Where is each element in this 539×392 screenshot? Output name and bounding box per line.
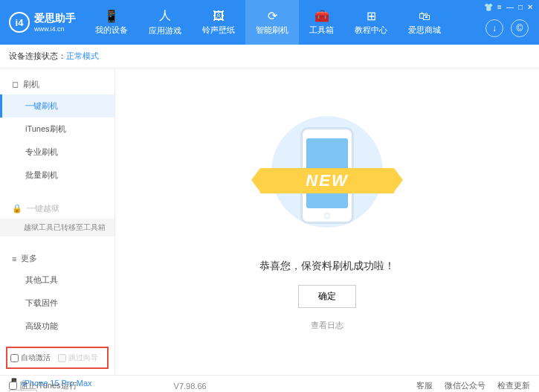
more-section-icon: ≡ bbox=[12, 254, 16, 263]
menu-icon[interactable]: ≡ bbox=[497, 3, 502, 11]
cb-auto-activate[interactable]: 自动激活 bbox=[10, 353, 51, 363]
logo-icon: i4 bbox=[9, 12, 30, 33]
maximize-icon[interactable]: □ bbox=[518, 3, 523, 11]
nav-store[interactable]: 🛍爱思商城 bbox=[398, 0, 451, 45]
nav-toolbox[interactable]: 🧰工具箱 bbox=[299, 0, 344, 45]
header-actions: ↓ © bbox=[485, 19, 529, 37]
nav-my-device[interactable]: 📱我的设备 bbox=[85, 0, 138, 45]
status-label: 设备连接状态： bbox=[9, 51, 66, 60]
sidebar-item-batch-flash[interactable]: 批量刷机 bbox=[0, 164, 114, 187]
sidebar-item-pro-flash[interactable]: 专业刷机 bbox=[0, 141, 114, 164]
wallpaper-icon: 🖼 bbox=[213, 10, 225, 23]
sidebar-item-advanced[interactable]: 高级功能 bbox=[0, 315, 114, 338]
cb-block-itunes[interactable]: 阻止iTunes运行 bbox=[9, 380, 77, 391]
sidebar-item-download-firmware[interactable]: 下载固件 bbox=[0, 292, 114, 315]
new-banner: NEW bbox=[260, 168, 394, 193]
version-label: V7.98.66 bbox=[174, 382, 207, 391]
store-icon: 🛍 bbox=[419, 10, 430, 23]
checkbox-highlight-box: 自动激活 跳过向导 bbox=[6, 347, 109, 369]
download-button[interactable]: ↓ bbox=[485, 19, 503, 37]
close-icon[interactable]: ✕ bbox=[527, 3, 533, 11]
tutorial-icon: ⊞ bbox=[367, 9, 376, 23]
flash-icon: ⟳ bbox=[268, 9, 277, 23]
nav-tutorials[interactable]: ⊞教程中心 bbox=[344, 0, 398, 45]
footer-link-support[interactable]: 客服 bbox=[416, 380, 433, 391]
sidebar-item-oneclick-flash[interactable]: 一键刷机 bbox=[0, 94, 114, 118]
sidebar-item-other-tools[interactable]: 其他工具 bbox=[0, 269, 114, 292]
minimize-icon[interactable]: — bbox=[506, 3, 514, 11]
app-url: www.i4.cn bbox=[34, 25, 76, 33]
success-illustration: NEW bbox=[268, 112, 387, 246]
cb-skip-guide: 跳过向导 bbox=[58, 353, 98, 363]
sidebar-heading-jailbreak: 🔒一键越狱 bbox=[0, 199, 114, 219]
nav-apps-games[interactable]: 人应用游戏 bbox=[138, 0, 192, 45]
status-bar: 设备连接状态：正常模式 bbox=[0, 45, 539, 68]
sidebar-item-itunes-flash[interactable]: iTunes刷机 bbox=[0, 118, 114, 141]
confirm-button[interactable]: 确定 bbox=[298, 285, 356, 308]
device-icon: 📱 bbox=[104, 9, 119, 23]
tshirt-icon[interactable]: 👕 bbox=[484, 3, 493, 11]
toolbox-icon: 🧰 bbox=[314, 9, 329, 23]
nav-smart-flash[interactable]: ⟳智能刷机 bbox=[245, 0, 299, 45]
main-nav: 📱我的设备 人应用游戏 🖼铃声壁纸 ⟳智能刷机 🧰工具箱 ⊞教程中心 🛍爱思商城 bbox=[85, 0, 451, 45]
view-log-link[interactable]: 查看日志 bbox=[311, 320, 343, 331]
main-content: NEW 恭喜您，保资料刷机成功啦！ 确定 查看日志 bbox=[115, 68, 539, 375]
status-value: 正常模式 bbox=[66, 51, 99, 60]
success-message: 恭喜您，保资料刷机成功啦！ bbox=[259, 260, 395, 273]
app-header: i4 爱思助手 www.i4.cn 📱我的设备 人应用游戏 🖼铃声壁纸 ⟳智能刷… bbox=[0, 0, 539, 45]
sidebar-heading-more[interactable]: ≡更多 bbox=[0, 248, 114, 269]
nav-ringtones[interactable]: 🖼铃声壁纸 bbox=[192, 0, 245, 45]
app-name: 爱思助手 bbox=[34, 12, 76, 25]
window-controls: 👕 ≡ — □ ✕ bbox=[484, 3, 533, 11]
logo: i4 爱思助手 www.i4.cn bbox=[0, 12, 85, 33]
footer-link-update[interactable]: 检查更新 bbox=[497, 380, 530, 391]
sidebar-heading-flash[interactable]: ◻刷机 bbox=[0, 74, 114, 94]
flash-section-icon: ◻ bbox=[12, 80, 19, 89]
user-button[interactable]: © bbox=[511, 19, 529, 37]
footer-link-wechat[interactable]: 微信公众号 bbox=[445, 380, 485, 391]
lock-icon: 🔒 bbox=[12, 204, 22, 213]
apps-icon: 人 bbox=[159, 8, 171, 24]
sidebar: ◻刷机 一键刷机 iTunes刷机 专业刷机 批量刷机 🔒一键越狱 越狱工具已转… bbox=[0, 68, 115, 375]
jailbreak-note: 越狱工具已转移至工具箱 bbox=[0, 219, 114, 237]
